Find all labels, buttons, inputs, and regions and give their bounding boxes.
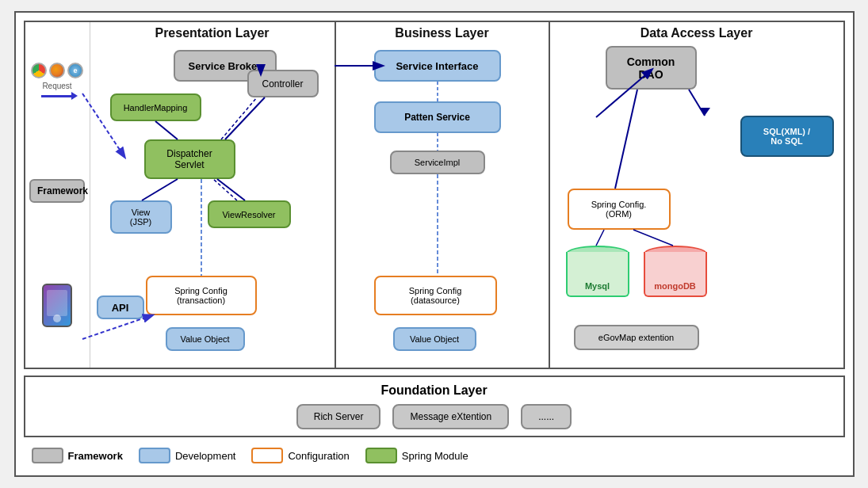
browser-icons: e Request [31,63,83,99]
foundation-item-1: Message eXtention [392,404,509,429]
legend-configuration-label: Configuration [288,450,349,462]
svg-line-11 [689,90,705,116]
data-access-layer-title: Data Access Layer [554,26,839,40]
legend-framework: Framework [32,448,123,463]
business-layer: Business Layer Service Interface Patten … [336,22,550,368]
pattern-service-box: Patten Service [374,101,501,133]
svg-line-15 [633,230,673,246]
legend-spring-label: Spring Module [402,450,468,462]
svg-line-2 [155,121,178,139]
foundation-item-2: ...... [521,404,572,429]
legend-development: Development [139,448,236,463]
value-object-business-box: Value Object [393,327,476,351]
spring-config-orm-box: Spring Config. (ORM) [568,189,671,230]
svg-line-4 [217,179,245,200]
foundation-layer: Foundation Layer Rich Server Message eXt… [24,376,845,437]
spring-config-datasource-box: Spring Config (datasource) [374,276,497,315]
legend-configuration-color [251,448,283,463]
data-access-layer: Data Access Layer Common DAO SQL(XML) / … [550,22,843,368]
mysql-db: Mysql [566,246,629,297]
dispatcher-servlet-box: Dispatcher Servlet [144,139,235,179]
legend-development-color [139,448,170,463]
api-box: API [97,295,144,319]
service-impl-box: ServiceImpl [390,151,485,174]
legend-spring-color [365,448,397,463]
dispatcher-label: Dispatcher Servlet [166,148,212,170]
mongodb-db: mongoDB [644,246,707,297]
mobile-device [42,284,72,327]
spring-config-transaction-box: Spring Config (transaction) [146,276,257,315]
request-arrow [41,95,73,97]
service-interface-box: Service Interface [374,50,501,82]
legend-framework-label: Framework [68,450,123,462]
legend-configuration: Configuration [251,448,349,463]
svg-line-1 [225,97,265,139]
foundation-item-0: Rich Server [296,404,381,429]
firefox-icon [49,63,65,78]
svg-line-6 [221,97,257,139]
svg-line-5 [213,179,237,200]
mongodb-label: mongoDB [644,281,707,291]
value-object-left-box: Value Object [166,327,245,351]
view-jsp-box: View (JSP) [110,200,172,234]
left-actors: e Request Framework [25,22,90,368]
legend: Framework Development Configuration Spri… [24,444,845,467]
request-label: Request [42,82,71,90]
legend-development-label: Development [175,450,236,462]
svg-line-14 [596,230,604,246]
view-resolver-box: ViewResolver [208,200,291,228]
legend-framework-color [32,448,63,463]
framework-box: Framework [29,179,85,203]
legend-spring: Spring Module [365,448,468,463]
chrome-icon [31,63,47,78]
svg-line-13 [615,90,637,189]
ie-icon: e [67,63,83,78]
svg-line-3 [142,179,178,200]
egov-map-box: eGovMap extention [574,325,699,350]
controller-box: Controller [247,70,319,97]
presentation-layer-title: Presentation Layer [94,26,331,40]
presentation-layer: Presentation Layer Service Broker Contro… [90,22,336,368]
foundation-boxes: Rich Server Message eXtention ...... [32,404,837,429]
svg-marker-12 [699,108,710,116]
handler-mapping-box: HandlerMapping [110,93,201,121]
common-dao-box: Common DAO [606,46,697,90]
diagram-wrapper: e Request Framework Presentation Layer S… [14,11,855,477]
sql-xml-box: SQL(XML) / No SQL [740,116,834,157]
mysql-label: Mysql [566,281,629,291]
foundation-layer-title: Foundation Layer [32,383,837,398]
business-layer-title: Business Layer [340,26,545,40]
